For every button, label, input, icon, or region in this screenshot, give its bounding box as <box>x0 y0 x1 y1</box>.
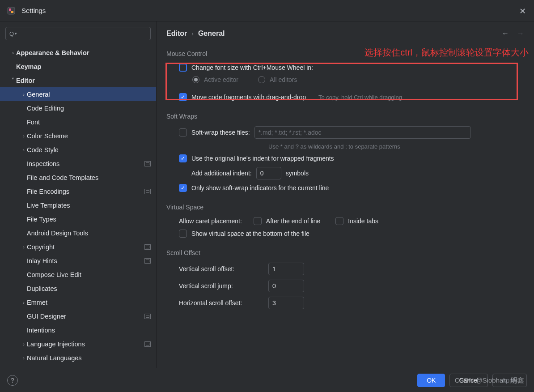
nav-back-icon[interactable]: ← <box>502 30 509 38</box>
tree-item-general[interactable]: ›General <box>0 87 156 101</box>
tree-item-label: Intentions <box>27 327 151 334</box>
tree-item-file-encodings[interactable]: ›File Encodings <box>0 184 156 198</box>
chevron-right-icon: › <box>21 230 27 236</box>
tree-item-label: Code Editing <box>27 105 151 112</box>
tree-item-natural-languages[interactable]: ›Natural Languages <box>0 351 156 362</box>
tree-item-label: Language Injections <box>27 341 144 348</box>
chevron-right-icon: › <box>21 258 27 264</box>
label-after-eol: After the end of line <box>266 217 320 225</box>
tree-item-label: Android Design Tools <box>27 230 151 237</box>
highlight-box <box>165 63 518 100</box>
label-soft-wrap-files: Soft-wrap these files: <box>191 129 250 136</box>
chevron-right-icon: › <box>21 175 27 180</box>
breadcrumb: Editor › General ← → <box>157 21 534 44</box>
chevron-right-icon: › <box>21 341 27 347</box>
settings-sidebar: Q▾ ›Appearance & Behavior›Keymap˅Editor›… <box>0 21 157 368</box>
chevron-right-icon: › <box>21 106 27 111</box>
tree-item-duplicates[interactable]: ›Duplicates <box>0 281 156 295</box>
settings-content[interactable]: 选择按住ctrl，鼠标控制滚轮设置字体大小 Mouse Control Chan… <box>157 44 534 368</box>
settings-tree: ›Appearance & Behavior›Keymap˅Editor›Gen… <box>0 46 156 362</box>
tree-item-label: Inlay Hints <box>27 257 144 264</box>
scope-badge-icon <box>144 189 151 194</box>
apply-button[interactable]: Apply <box>492 374 527 387</box>
tree-item-language-injections[interactable]: ›Language Injections <box>0 337 156 351</box>
tree-item-label: Color Scheme <box>27 132 151 140</box>
tree-item-android-design-tools[interactable]: ›Android Design Tools <box>0 226 156 240</box>
checkbox-after-eol[interactable] <box>254 217 262 225</box>
titlebar: Settings ✕ <box>0 0 534 21</box>
close-icon[interactable]: ✕ <box>519 6 526 16</box>
tree-item-live-templates[interactable]: ›Live Templates <box>0 198 156 212</box>
tree-item-copyright[interactable]: ›Copyright <box>0 240 156 254</box>
tree-item-appearance-behavior[interactable]: ›Appearance & Behavior <box>0 46 156 60</box>
label-use-original-indent: Use the original line's indent for wrapp… <box>191 155 334 162</box>
scope-badge-icon <box>144 244 151 250</box>
svg-rect-1 <box>9 9 11 11</box>
input-vertical-scroll-jump[interactable] <box>268 280 304 292</box>
checkbox-soft-wrap-files[interactable] <box>179 128 187 136</box>
tree-item-label: Editor <box>16 77 151 84</box>
chevron-right-icon: › <box>21 161 27 166</box>
chevron-right-icon: › <box>21 314 27 319</box>
tree-item-label: GUI Designer <box>27 313 144 320</box>
section-soft-wraps: Soft Wraps <box>166 113 524 120</box>
help-icon[interactable]: ? <box>7 375 18 386</box>
input-horizontal-scroll-offset[interactable] <box>268 297 304 309</box>
tree-item-label: Appearance & Behavior <box>16 49 151 56</box>
chevron-right-icon: › <box>21 203 27 208</box>
checkbox-use-original-indent[interactable] <box>179 154 187 162</box>
tree-item-inlay-hints[interactable]: ›Inlay Hints <box>0 254 156 268</box>
main-panel: Editor › General ← → 选择按住ctrl，鼠标控制滚轮设置字体… <box>157 21 534 368</box>
breadcrumb-part-general: General <box>198 30 225 38</box>
tree-item-file-types[interactable]: ›File Types <box>0 212 156 226</box>
tree-item-label: Compose Live Edit <box>27 271 151 278</box>
annotation-text: 选择按住ctrl，鼠标控制滚轮设置字体大小 <box>364 47 529 59</box>
tree-item-label: Font <box>27 119 151 126</box>
checkbox-only-show-indicators[interactable] <box>179 184 187 192</box>
tree-item-editor[interactable]: ˅Editor <box>0 73 156 87</box>
tree-item-emmet[interactable]: ›Emmet <box>0 295 156 309</box>
tree-item-color-scheme[interactable]: ›Color Scheme <box>0 129 156 143</box>
tree-item-label: Copyright <box>27 243 144 251</box>
chevron-right-icon: › <box>21 92 27 97</box>
tree-item-keymap[interactable]: ›Keymap <box>0 60 156 73</box>
checkbox-show-virtual-space[interactable] <box>179 230 187 238</box>
tree-item-inspections[interactable]: ›Inspections <box>0 157 156 170</box>
ok-button[interactable]: OK <box>417 374 445 387</box>
label-inside-tabs: Inside tabs <box>348 217 378 225</box>
tree-item-code-editing[interactable]: ›Code Editing <box>0 101 156 115</box>
tree-item-file-and-code-templates[interactable]: ›File and Code Templates <box>0 170 156 184</box>
label-show-virtual-space: Show virtual space at the bottom of the … <box>191 230 309 237</box>
chevron-right-icon: › <box>21 189 27 194</box>
label-vertical-scroll-jump: Vertical scroll jump: <box>179 282 264 290</box>
tree-item-label: Keymap <box>16 63 151 70</box>
chevron-right-icon: › <box>21 355 27 361</box>
checkbox-inside-tabs[interactable] <box>335 217 343 225</box>
tree-item-compose-live-edit[interactable]: ›Compose Live Edit <box>0 268 156 281</box>
section-virtual-space: Virtual Space <box>166 204 524 211</box>
label-vertical-scroll-offset: Vertical scroll offset: <box>179 265 264 273</box>
input-soft-wrap-patterns[interactable] <box>254 126 471 139</box>
window-title: Settings <box>21 7 46 14</box>
nav-arrows: ← → <box>502 30 524 38</box>
search-input[interactable]: Q▾ <box>5 27 151 40</box>
scope-badge-icon <box>144 341 151 347</box>
tree-item-label: General <box>27 91 151 98</box>
tree-item-label: File Types <box>27 216 151 223</box>
input-vertical-scroll-offset[interactable] <box>268 263 304 275</box>
cancel-button[interactable]: Cancel <box>449 374 488 387</box>
tree-item-label: Code Style <box>27 146 151 153</box>
svg-rect-2 <box>11 11 13 13</box>
tree-item-label: Inspections <box>27 160 144 167</box>
breadcrumb-separator: › <box>191 30 194 37</box>
tree-item-code-style[interactable]: ›Code Style <box>0 143 156 157</box>
nav-forward-icon: → <box>517 30 524 38</box>
input-additional-indent[interactable] <box>256 167 281 179</box>
tree-item-gui-designer[interactable]: ›GUI Designer <box>0 309 156 323</box>
tree-item-intentions[interactable]: ›Intentions <box>0 323 156 337</box>
body: Q▾ ›Appearance & Behavior›Keymap˅Editor›… <box>0 21 534 368</box>
label-only-show-indicators: Only show soft-wrap indicators for the c… <box>191 184 329 192</box>
tree-item-font[interactable]: ›Font <box>0 115 156 129</box>
breadcrumb-part-editor[interactable]: Editor <box>166 30 187 38</box>
chevron-right-icon: › <box>21 286 27 291</box>
